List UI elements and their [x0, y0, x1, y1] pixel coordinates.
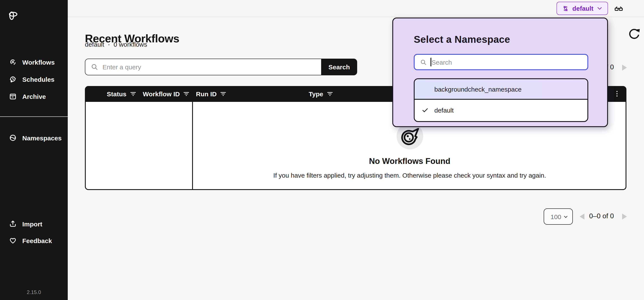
column-run-id: Run ID	[196, 90, 217, 98]
next-page-icon[interactable]	[621, 213, 628, 220]
sidebar-item-archive[interactable]: Archive	[0, 88, 68, 105]
empty-state-message: If you have filters applied, try adjusti…	[273, 172, 546, 179]
archive-icon	[8, 92, 17, 101]
feedback-icon	[8, 236, 17, 245]
topbar: default	[68, 0, 644, 17]
namespace-switcher-label: default	[572, 5, 594, 12]
per-page-select[interactable]: 100	[544, 208, 573, 225]
dot-separator: •	[108, 42, 110, 47]
sidebar-item-label: Import	[22, 220, 42, 227]
namespace-option-label: default	[434, 106, 454, 114]
pinned-column-divider	[192, 86, 193, 190]
sidebar-item-label: Workflows	[22, 58, 55, 66]
sidebar-item-label: Schedules	[22, 76, 54, 83]
workflows-icon	[8, 58, 17, 66]
filter-icon[interactable]	[220, 91, 226, 97]
current-namespace: default	[85, 41, 104, 48]
namespace-select-modal: Select a Namespace Search backgroundchec…	[392, 17, 608, 127]
namespace-option-default[interactable]: default	[414, 100, 588, 120]
sidebar-divider	[0, 116, 68, 117]
query-input[interactable]	[85, 59, 321, 75]
search-placeholder: Search	[432, 58, 452, 66]
column-type: Type	[309, 90, 323, 98]
sidebar-item-label: Archive	[22, 93, 46, 100]
checkmark-icon	[422, 107, 429, 114]
page-subtitle: default • 0 workflows	[85, 41, 147, 48]
per-page-value: 100	[550, 213, 561, 220]
search-button[interactable]: Search	[321, 59, 357, 75]
namespace-option-label: backgroundcheck_namespace	[434, 85, 522, 93]
sidebar: Workflows Schedules	[0, 0, 68, 300]
chevron-down-icon	[563, 214, 568, 219]
sidebar-item-workflows[interactable]: Workflows	[0, 53, 68, 71]
workflow-count: 0 workflows	[114, 41, 147, 48]
sidebar-item-label: Feedback	[22, 237, 52, 244]
sidebar-item-schedules[interactable]: Schedules	[0, 71, 68, 88]
column-workflow-id: Workflow ID	[143, 90, 180, 98]
namespaces-icon	[8, 134, 17, 142]
page-range: 0–0 of 0	[589, 212, 614, 220]
app-version: 2.15.0	[0, 289, 68, 295]
search-icon	[90, 63, 98, 71]
labs-mode-glasses-icon[interactable]	[614, 4, 624, 13]
workflow-search-bar: Search	[85, 59, 357, 75]
namespace-switcher-button[interactable]: default	[556, 2, 608, 15]
prev-page-icon[interactable]	[579, 213, 585, 220]
schedules-icon	[8, 75, 17, 83]
sidebar-item-namespaces[interactable]: Namespaces	[0, 129, 68, 146]
namespace-listbox: backgroundcheck_namespace default	[414, 78, 588, 122]
column-config-kebab-icon[interactable]	[612, 89, 622, 98]
next-page-icon[interactable]	[621, 64, 628, 71]
refresh-icon[interactable]	[627, 27, 642, 41]
text-cursor	[430, 58, 431, 66]
namespace-switcher-icon	[562, 4, 570, 12]
sidebar-item-feedback[interactable]: Feedback	[0, 232, 68, 249]
empty-state-title: No Workflows Found	[369, 157, 450, 166]
sidebar-item-label: Namespaces	[22, 134, 62, 142]
sidebar-item-import[interactable]: Import	[0, 215, 68, 232]
chevron-down-icon	[596, 5, 603, 11]
import-icon	[8, 220, 17, 228]
temporal-logo-icon[interactable]	[7, 9, 18, 20]
search-icon	[420, 58, 427, 66]
filter-icon[interactable]	[183, 91, 190, 97]
filter-icon[interactable]	[130, 91, 136, 97]
app-root: Workflows Schedules	[0, 0, 644, 300]
column-status: Status	[107, 90, 126, 98]
filter-icon[interactable]	[327, 91, 333, 97]
namespace-option-backgroundcheck[interactable]: backgroundcheck_namespace	[414, 79, 588, 100]
namespace-search-input[interactable]: Search	[414, 54, 588, 70]
modal-title: Select a Namespace	[414, 34, 510, 45]
